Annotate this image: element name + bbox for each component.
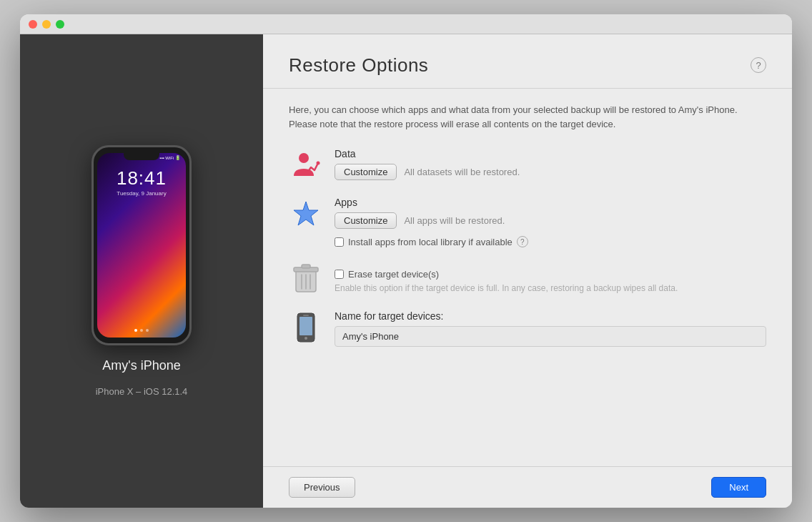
phone-time: 18:41	[97, 167, 186, 189]
data-customize-button[interactable]: Customize	[335, 164, 397, 180]
main-window: ▪▪▪ WiFi 🔋 18:41 Tuesday, 9 January Amy'…	[20, 14, 792, 508]
name-section: Name for target devices:	[289, 310, 766, 347]
phone-dots	[97, 329, 186, 332]
apps-option-content: Apps Customize All apps will be restored…	[335, 197, 766, 247]
apps-customize-button[interactable]: Customize	[335, 212, 397, 229]
data-description: All datasets will be restored.	[404, 167, 520, 177]
phone-notch	[124, 153, 159, 160]
erase-checkbox-label: Erase target device(s)	[348, 269, 439, 280]
data-option-row: Customize All datasets will be restored.	[335, 164, 766, 180]
panel-header: Restore Options ?	[263, 34, 792, 89]
phone-status-bar: ▪▪▪ WiFi 🔋	[159, 155, 180, 160]
apps-option-row: Customize All apps will be restored.	[335, 212, 766, 229]
apps-description: All apps will be restored.	[404, 215, 505, 226]
device-name-input[interactable]	[335, 326, 766, 347]
svg-rect-6	[302, 265, 310, 268]
erase-device-checkbox[interactable]	[335, 270, 344, 279]
main-content: ▪▪▪ WiFi 🔋 18:41 Tuesday, 9 January Amy'…	[20, 34, 792, 508]
description-text: Here, you can choose which apps and what…	[289, 103, 766, 131]
panel-body: Here, you can choose which apps and what…	[263, 89, 792, 466]
svg-point-1	[317, 162, 320, 165]
minimize-button[interactable]	[42, 20, 51, 29]
data-icon	[289, 148, 323, 182]
phone-frame: ▪▪▪ WiFi 🔋 18:41 Tuesday, 9 January	[91, 145, 192, 345]
right-panel: Restore Options ? Here, you can choose w…	[263, 34, 792, 508]
apps-section: Apps Customize All apps will be restored…	[289, 197, 766, 247]
left-panel: ▪▪▪ WiFi 🔋 18:41 Tuesday, 9 January Amy'…	[20, 34, 263, 508]
panel-title: Restore Options	[289, 54, 428, 77]
local-library-help-button[interactable]: ?	[517, 236, 528, 247]
phone-screen: ▪▪▪ WiFi 🔋 18:41 Tuesday, 9 January	[97, 153, 186, 338]
maximize-button[interactable]	[56, 20, 64, 29]
erase-icon	[289, 262, 323, 296]
erase-section: Erase target device(s) Enable this optio…	[289, 262, 766, 296]
data-label: Data	[335, 148, 766, 159]
close-button[interactable]	[29, 20, 37, 29]
traffic-lights	[29, 20, 64, 29]
erase-sublabel: Enable this option if the target device …	[335, 282, 766, 295]
previous-button[interactable]: Previous	[289, 477, 355, 498]
data-option-content: Data Customize All datasets will be rest…	[335, 148, 766, 180]
erase-content: Erase target device(s) Enable this optio…	[335, 262, 766, 295]
local-library-checkbox[interactable]	[335, 237, 344, 247]
phone-date: Tuesday, 9 January	[97, 190, 186, 197]
title-bar	[20, 14, 792, 34]
svg-point-12	[304, 337, 307, 340]
name-label: Name for target devices:	[335, 310, 766, 322]
local-library-label: Install apps from local library if avail…	[348, 237, 513, 247]
next-button[interactable]: Next	[711, 477, 766, 498]
panel-footer: Previous Next	[263, 466, 792, 508]
local-library-checkbox-row: Install apps from local library if avail…	[335, 236, 766, 247]
apps-label: Apps	[335, 197, 766, 208]
svg-rect-13	[303, 315, 309, 316]
svg-rect-11	[299, 317, 312, 335]
help-button[interactable]: ?	[751, 57, 766, 73]
erase-checkbox-row: Erase target device(s)	[335, 269, 766, 280]
svg-point-0	[299, 153, 309, 163]
device-info: iPhone X – iOS 12.1.4	[96, 386, 188, 397]
apps-icon	[289, 197, 323, 231]
device-name: Amy's iPhone	[102, 358, 181, 373]
name-content: Name for target devices:	[335, 310, 766, 347]
data-section: Data Customize All datasets will be rest…	[289, 148, 766, 182]
phone-container: ▪▪▪ WiFi 🔋 18:41 Tuesday, 9 January Amy'…	[91, 145, 192, 397]
device-name-icon	[289, 310, 323, 345]
